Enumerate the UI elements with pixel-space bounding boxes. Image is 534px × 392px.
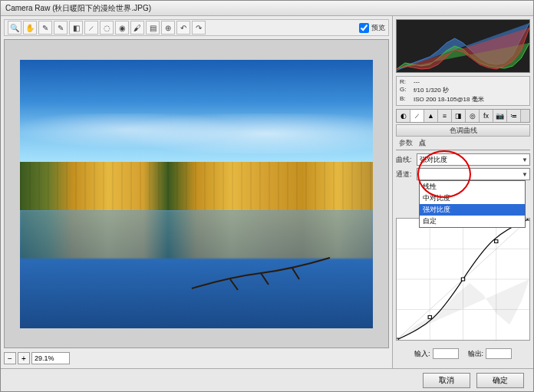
panel-tab-strip: ◐ ⟋ ▲ ≡ ◨ ◎ fx 📷 ≔ [396,109,530,123]
color-sampler-icon[interactable]: ✎ [54,21,68,35]
zoom-value[interactable]: 29.1% [31,352,70,364]
panel-title: 色调曲线 [396,124,530,137]
spot-removal-icon[interactable]: ◌ [100,21,114,35]
meta-iso: ISO 200 18-105@18 毫米 [414,95,526,104]
dropdown-item-linear[interactable]: 线性 [420,181,525,193]
dropdown-item-medium[interactable]: 中对比度 [420,193,525,204]
tab-hsl-icon[interactable]: ≡ [438,110,452,122]
preview-toggle[interactable]: 预览 [359,23,385,33]
curve-select-label: 曲线: [396,155,414,165]
curve-subtabs: 参数 点 [396,138,530,150]
tab-detail-icon[interactable]: ▲ [424,110,438,122]
tab-preset-icon[interactable]: ≔ [507,110,521,122]
tab-camera-icon[interactable]: 📷 [493,110,507,122]
svg-rect-11 [528,219,529,220]
histogram-chart[interactable] [396,19,530,73]
work-area: 🔍 ✋ ✎ ✎ ◧ ⟋ ◌ ◉ 🖌 ▤ ⊕ ↶ ↷ 预览 [1,16,533,368]
subtab-point[interactable]: 点 [419,138,426,150]
rotate-right-icon[interactable]: ↷ [192,21,206,35]
window-title: Camera Raw (秋日暖阳下的漫绘世界.JPG) [5,3,151,14]
curve-select[interactable]: 强对比度 [417,153,530,166]
camera-raw-window: Camera Raw (秋日暖阳下的漫绘世界.JPG) 🔍 ✋ ✎ ✎ ◧ ⟋ … [0,0,534,392]
zoom-control: − + 29.1% [4,351,389,365]
curve-dropdown-open: 线性 中对比度 强对比度 自定 [419,180,526,228]
title-bar: Camera Raw (秋日暖阳下的漫绘世界.JPG) [1,1,533,16]
ok-button[interactable]: 确定 [476,373,524,388]
tab-lens-icon[interactable]: ◎ [466,110,480,122]
photo-preview [20,60,373,328]
tab-fx-icon[interactable]: fx [480,110,493,122]
svg-rect-9 [461,278,464,281]
graduated-filter-icon[interactable]: ▤ [146,21,160,35]
hand-icon[interactable]: ✋ [23,21,37,35]
subtab-parametric[interactable]: 参数 [399,138,413,150]
curve-input-field[interactable] [433,348,459,359]
curve-output-field[interactable] [486,348,512,359]
curve-controls: 曲线: 强对比度 通道: 线性 中对比度 强对比度 自定 [396,153,530,183]
tab-curve-icon[interactable]: ⟋ [410,110,424,122]
metadata-readout: R:--- G:f/10 1/320 秒 B:ISO 200 18-105@18… [396,76,530,106]
zoom-in-button[interactable]: + [18,352,30,364]
zoom-icon[interactable]: 🔍 [8,21,21,35]
dropdown-item-custom[interactable]: 自定 [420,216,525,227]
image-preview-area[interactable] [4,39,389,348]
meta-r-label: R: [400,78,414,85]
tab-basic-icon[interactable]: ◐ [397,110,410,122]
zoom-out-button[interactable]: − [4,352,16,364]
svg-rect-7 [397,338,398,340]
adjustment-brush-icon[interactable]: 🖌 [130,21,144,35]
eyedropper-icon[interactable]: ✎ [38,21,52,35]
preview-checkbox[interactable] [359,23,369,33]
tab-split-icon[interactable]: ◨ [452,110,466,122]
meta-line1: --- [414,78,526,85]
curve-io-readout: 输入: 输出: [399,348,527,359]
targeted-adjust-icon[interactable]: ⊕ [161,21,175,35]
right-pane: R:--- G:f/10 1/320 秒 B:ISO 200 18-105@18… [392,16,533,368]
crop-icon[interactable]: ◧ [69,21,83,35]
preview-label: 预览 [371,23,385,33]
redeye-icon[interactable]: ◉ [115,21,129,35]
cancel-button[interactable]: 取消 [423,373,470,388]
left-pane: 🔍 ✋ ✎ ✎ ◧ ⟋ ◌ ◉ 🖌 ▤ ⊕ ↶ ↷ 预览 [1,16,392,368]
svg-rect-10 [495,240,498,243]
meta-g-label: G: [400,86,414,94]
tone-curve-chart[interactable] [396,218,530,341]
svg-rect-8 [428,315,431,318]
input-label: 输入: [414,349,430,359]
meta-exposure: f/10 1/320 秒 [414,86,526,94]
channel-select-label: 通道: [396,170,414,180]
dialog-footer: 取消 确定 [1,368,533,391]
dropdown-item-strong[interactable]: 强对比度 [420,204,525,216]
straighten-icon[interactable]: ⟋ [84,21,98,35]
channel-select[interactable] [417,168,530,180]
toolbar: 🔍 ✋ ✎ ✎ ◧ ⟋ ◌ ◉ 🖌 ▤ ⊕ ↶ ↷ 预览 [4,19,389,36]
output-label: 输出: [468,349,484,359]
meta-b-label: B: [400,95,414,104]
rotate-left-icon[interactable]: ↶ [176,21,190,35]
